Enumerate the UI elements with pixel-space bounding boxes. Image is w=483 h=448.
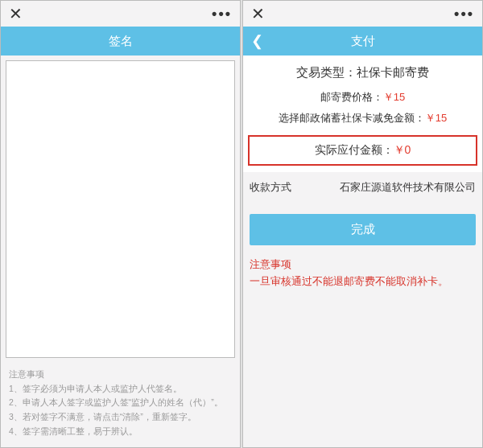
close-icon[interactable]: ✕ [251,6,265,22]
payee-label: 收款方式 [250,180,291,195]
note-item: 3、若对签字不满意，请点击“清除”，重新签字。 [9,410,232,425]
payee-value: 石家庄源道软件技术有限公司 [340,180,476,195]
page-title: 支付 [351,34,375,49]
screen-payment: ✕ ••• ❮ 支付 交易类型：社保卡邮寄费 邮寄费价格：￥15 选择邮政储蓄社… [242,0,483,448]
close-icon[interactable]: ✕ [9,6,23,22]
discount-label: 选择邮政储蓄社保卡减免金额： [279,112,425,124]
back-icon[interactable]: ❮ [251,27,263,55]
transaction-type: 交易类型：社保卡邮寄费 [243,55,482,87]
actual-amount-box: 实际应付金额：￥0 [248,135,477,166]
signature-canvas[interactable] [6,60,235,358]
note-item: 4、签字需清晰工整，易于辨认。 [9,425,232,439]
discount-row: 选择邮政储蓄社保卡减免金额：￥15 [243,108,482,129]
title-bar: ❮ 支付 [243,27,482,55]
note-item: 1、签字必须为申请人本人或监护人代签名。 [9,382,232,397]
notes-header: 注意事项 [9,368,232,382]
screen-signature: ✕ ••• 签名 注意事项 1、签字必须为申请人本人或监护人代签名。 2、申请人… [0,0,241,448]
payment-body: 交易类型：社保卡邮寄费 邮寄费价格：￥15 选择邮政储蓄社保卡减免金额：￥15 … [243,55,482,172]
done-label: 完成 [351,222,375,236]
tx-type-label: 交易类型： [296,65,357,79]
actual-value: ￥0 [394,143,411,156]
title-bar: 签名 [1,27,240,55]
warning-header: 注意事项 [250,257,476,273]
discount-value: ￥15 [425,112,447,124]
mail-fee-value: ￥15 [383,91,405,103]
mail-fee-label: 邮寄费价格： [320,91,383,103]
page-title: 签名 [109,34,133,49]
notes-block: 注意事项 1、签字必须为申请人本人或监护人代签名。 2、申请人本人签字或监护人签… [1,363,240,447]
system-bar: ✕ ••• [243,1,482,27]
warning-text: 一旦审核通过不能退邮寄费不能取消补卡。 [250,273,476,290]
mail-fee-row: 邮寄费价格：￥15 [243,87,482,108]
note-item: 2、申请人本人签字或监护人签“监护人的姓名（代）”。 [9,396,232,410]
done-button[interactable]: 完成 [250,214,476,245]
tx-type-value: 社保卡邮寄费 [357,65,429,79]
actual-label: 实际应付金额： [315,143,394,156]
more-icon[interactable]: ••• [454,6,474,23]
warning-block: 注意事项 一旦审核通过不能退邮寄费不能取消补卡。 [243,257,482,291]
payee-row: 收款方式 石家庄源道软件技术有限公司 [243,172,482,203]
more-icon[interactable]: ••• [212,6,232,23]
system-bar: ✕ ••• [1,1,240,27]
